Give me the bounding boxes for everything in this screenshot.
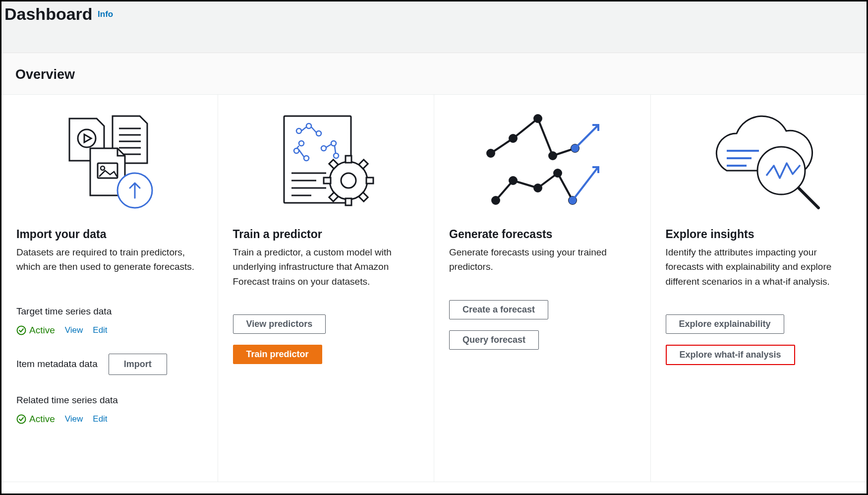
svg-rect-35 <box>324 178 331 184</box>
card-insights: Explore insights Identify the attributes… <box>651 95 867 482</box>
svg-line-50 <box>575 126 597 148</box>
svg-line-56 <box>496 181 513 200</box>
svg-line-47 <box>513 119 538 138</box>
related-view-link[interactable]: View <box>65 414 83 424</box>
check-circle-icon <box>16 325 26 335</box>
import-item-metadata-button[interactable]: Import <box>109 354 167 375</box>
target-view-link[interactable]: View <box>65 325 83 335</box>
target-status-row: Active View Edit <box>16 325 209 336</box>
card-import-heading: Import your data <box>16 228 209 241</box>
svg-rect-34 <box>346 198 351 205</box>
target-time-series-label: Target time series data <box>16 306 209 317</box>
related-status-row: Active View Edit <box>16 414 209 425</box>
svg-line-59 <box>558 173 573 200</box>
generate-forecasts-illustration <box>449 104 641 223</box>
insights-actions: Explore explainability Explore what-if a… <box>666 314 858 372</box>
card-generate: Generate forecasts Generate forecasts us… <box>434 95 651 482</box>
cards-row: Import your data Datasets are required t… <box>1 94 867 482</box>
explore-insights-illustration <box>666 104 858 223</box>
train-actions: View predictors Train predictor <box>233 314 425 371</box>
card-import: Import your data Datasets are required t… <box>1 95 218 482</box>
card-generate-desc: Generate forecasts using your trained pr… <box>449 245 641 274</box>
svg-line-67 <box>799 188 818 208</box>
svg-line-58 <box>538 173 558 188</box>
card-insights-heading: Explore insights <box>666 228 858 241</box>
overview-section: Overview <box>1 53 867 482</box>
svg-line-57 <box>513 181 538 188</box>
overview-title: Overview <box>1 53 867 94</box>
train-predictor-illustration <box>233 104 425 223</box>
svg-line-46 <box>491 138 513 153</box>
svg-point-10 <box>17 415 26 423</box>
svg-point-32 <box>341 173 356 188</box>
page-title: Dashboard <box>4 4 93 24</box>
card-train-desc: Train a predictor, a custom model with u… <box>233 245 425 289</box>
related-status-active: Active <box>16 414 55 425</box>
svg-rect-36 <box>366 178 373 184</box>
svg-point-62 <box>572 145 578 151</box>
check-circle-icon <box>16 414 26 424</box>
item-metadata-label: Item metadata data <box>16 359 98 370</box>
card-import-desc: Datasets are required to train predictor… <box>16 245 209 274</box>
svg-rect-33 <box>346 156 351 163</box>
target-status-text: Active <box>29 325 55 336</box>
item-metadata-row: Item metadata data Import <box>16 354 209 375</box>
generate-actions: Create a forecast Query forecast <box>449 300 641 357</box>
related-time-series-label: Related time series data <box>16 395 209 406</box>
explore-what-if-analysis-button[interactable]: Explore what-if analysis <box>666 345 795 365</box>
train-predictor-button[interactable]: Train predictor <box>233 345 322 364</box>
card-insights-desc: Identify the attributes impacting your f… <box>666 245 858 289</box>
import-data-illustration <box>16 104 209 223</box>
page-header: Dashboard Info <box>1 1 867 53</box>
query-forecast-button[interactable]: Query forecast <box>449 330 539 350</box>
card-train: Train a predictor Train a predictor, a c… <box>218 95 435 482</box>
svg-point-9 <box>17 326 26 334</box>
create-forecast-button[interactable]: Create a forecast <box>449 300 548 319</box>
info-link[interactable]: Info <box>98 9 113 19</box>
target-status-active: Active <box>16 325 55 336</box>
related-status-text: Active <box>29 414 55 425</box>
svg-line-48 <box>538 119 553 156</box>
card-generate-heading: Generate forecasts <box>449 228 641 241</box>
card-train-heading: Train a predictor <box>233 228 425 241</box>
explore-explainability-button[interactable]: Explore explainability <box>666 314 784 334</box>
related-edit-link[interactable]: Edit <box>93 414 107 424</box>
target-edit-link[interactable]: Edit <box>93 325 107 335</box>
view-predictors-button[interactable]: View predictors <box>233 314 326 334</box>
svg-line-61 <box>573 168 597 200</box>
